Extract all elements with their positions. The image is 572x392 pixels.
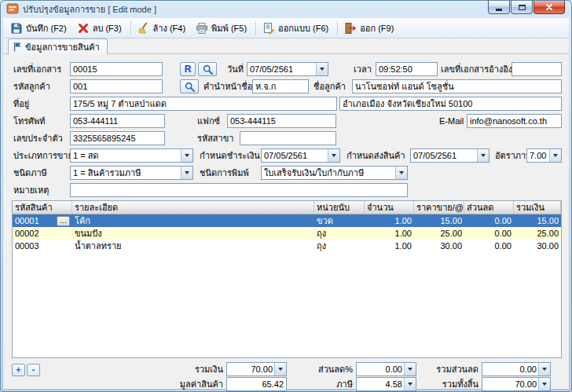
col-product-code[interactable]: รหัสสินค้า [13,201,72,214]
tab-flag-icon [13,42,22,52]
doc-no-label: เลขที่เอกสาร [13,62,61,76]
tax-box[interactable]: 4.58 [356,377,416,391]
design-button-label: ออกแบบ (F6) [278,21,328,35]
print-type-dropdown-button[interactable] [395,167,407,179]
titlebar[interactable]: ปรับปรุงข้อมูลการขาย [ Edit mode ] [1,1,571,18]
design-button[interactable]: ออกแบบ (F6) [258,20,335,37]
clear-button[interactable]: ล้าง (F4) [134,20,192,37]
cell-description: ขนมปัง [72,227,314,240]
table-row[interactable]: 00002 ขนมปัง ถุง 1.00 25.00 0.00 25.00 [13,227,561,240]
delivery-date-label: กำหนดส่งสินค้า [346,148,405,163]
address-label: ที่อยู่ [13,97,29,111]
fax-label: แฟกซ์ [197,114,220,128]
tax-rate-dropdown-button[interactable] [549,149,561,162]
clear-icon [138,22,150,35]
name-prefix-label: คำนำหน้าชื่อ [204,79,252,93]
discount-percent-dropdown-button[interactable] [404,363,416,376]
toolbar: บันทึก (F2) ลบ (F3) ล้าง (F4) พิมพ์ (F5)… [3,18,569,38]
add-row-button[interactable]: + [12,364,25,376]
cell-price: 25.00 [414,227,464,240]
r-button-label: R [185,64,192,75]
doc-search-button[interactable] [198,62,217,76]
tax-type-dropdown-button[interactable] [181,167,192,179]
r-button[interactable]: R [180,62,196,76]
col-quantity[interactable]: จำนวน [365,201,414,214]
maximize-icon [519,5,526,10]
chevron-down-icon [185,154,189,157]
tax-type-combo[interactable]: 1 = สินค้ารวมภาษี [70,166,193,180]
col-unit[interactable]: หน่วยนับ [314,201,365,214]
date-dropdown-button[interactable] [316,63,328,75]
col-total[interactable]: รวมเงิน [514,201,561,214]
grand-total-label: รวมทั้งสิ้น [417,377,478,391]
discount-percent-box[interactable]: 0.00 [356,362,416,376]
tax-id-label: เลขประจำตัว [13,131,63,145]
print-button[interactable]: พิมพ์ (F5) [192,20,253,37]
print-type-combo[interactable]: ใบเสร็จรับเงิน/ใบกำกับภาษี [261,166,408,180]
total-amount-box[interactable]: 70.00 [226,362,287,376]
date-label: วันที่ [227,62,244,76]
sale-type-combo[interactable]: 1 = สด [70,148,193,163]
design-icon [262,22,275,35]
phone-input[interactable] [70,114,165,128]
minimize-button[interactable] [488,1,510,14]
time-input[interactable] [376,62,438,76]
grand-total-dropdown-button[interactable] [538,378,550,390]
chevron-down-icon [408,368,412,371]
table-row[interactable]: 00001 … โค้ก ขวด 1.00 15.00 0.00 15.00 [13,214,561,227]
payment-due-dropdown-button[interactable] [328,149,339,162]
col-discount[interactable]: ส่วนลด [464,201,514,214]
payment-due-combo[interactable]: 07/05/2561 [261,148,340,163]
delete-button-label: ลบ (F3) [93,21,122,35]
total-amount-dropdown-button[interactable] [274,363,286,376]
goods-value-box: 65.42 [226,377,287,391]
branch-code-input[interactable] [240,131,336,145]
email-input[interactable] [467,114,562,128]
address-line1-input[interactable] [70,97,337,111]
cell-discount: 0.00 [464,214,514,227]
total-discount-box[interactable]: 0.00 [482,362,551,376]
grand-total-box[interactable]: 70.00 [482,377,551,391]
chevron-down-icon [332,154,336,157]
doc-no-input[interactable] [70,62,163,76]
close-button[interactable] [534,1,565,14]
name-prefix-input[interactable] [252,79,309,93]
save-button[interactable]: บันทึก (F2) [6,20,73,37]
delivery-date-combo[interactable]: 07/05/2561 [410,148,490,163]
exit-button[interactable]: ออก (F9) [340,20,400,37]
total-discount-value: 0.00 [485,363,537,376]
chevron-down-icon [542,368,547,371]
tax-rate-combo[interactable]: 7.00 [526,148,562,163]
ellipsis-button[interactable]: … [57,216,70,226]
col-description[interactable]: รายละเอียด [72,201,314,214]
phone-label: โทรศัพท์ [13,114,46,128]
customer-code-input[interactable] [70,79,163,93]
cell-quantity: 1.00 [365,240,414,252]
tax-dropdown-button[interactable] [404,378,416,390]
cell-unit: ถุง [314,240,365,252]
remark-input[interactable] [70,183,408,197]
ref-doc-input[interactable] [512,62,562,76]
delivery-date-dropdown-button[interactable] [477,149,489,162]
address-line2-input[interactable] [339,97,562,111]
col-price[interactable]: ราคาขาย/@ [414,201,464,214]
payment-due-value: 07/05/2561 [262,149,327,162]
table-row[interactable]: 00003 น้ำตาลทราย ถุง 1.00 30.00 0.00 30.… [13,240,561,252]
date-combo[interactable]: 07/05/2561 [247,62,328,76]
fax-input[interactable] [227,114,336,128]
tab-sale-data[interactable]: ข้อมูลการขายสินค้า [8,38,108,54]
customer-search-button[interactable] [180,79,199,93]
maximize-button[interactable] [511,1,533,14]
tax-id-input[interactable] [70,131,165,145]
tax-label: ภาษี [299,377,353,391]
exit-icon [344,22,357,35]
discount-percent-value: 0.00 [359,363,402,376]
total-discount-label: รวมส่วนลด [417,362,478,376]
delete-button[interactable]: ลบ (F3) [73,20,128,37]
sale-type-dropdown-button[interactable] [181,149,192,162]
total-discount-dropdown-button[interactable] [538,363,550,376]
cell-description: โค้ก [72,214,314,227]
customer-name-input[interactable] [352,79,562,93]
cell-description: น้ำตาลทราย [72,240,314,252]
remove-row-button[interactable]: - [27,364,40,376]
